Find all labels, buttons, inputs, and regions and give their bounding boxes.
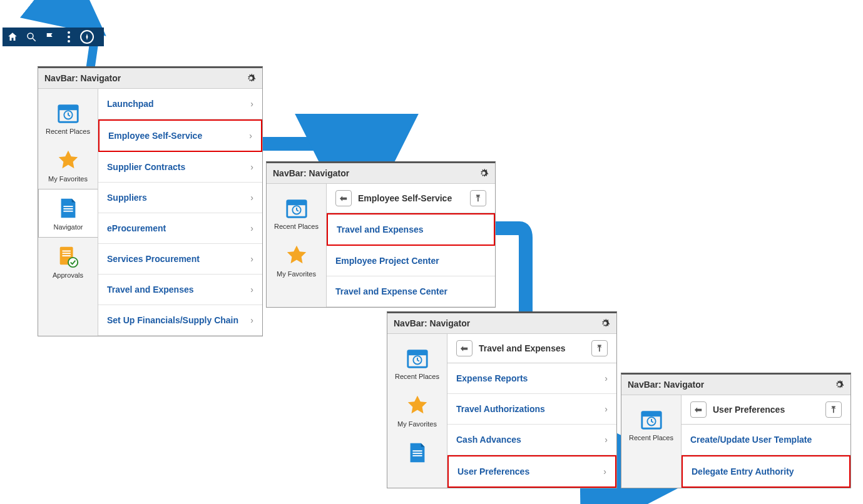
nav-item-delegate-entry-authority[interactable]: Delegate Entry Authority xyxy=(682,455,850,488)
nav-item-set-up-financials-supply-chain[interactable]: Set Up Financials/Supply Chain› xyxy=(98,305,262,336)
nav-item-label: Launchpad xyxy=(107,99,154,109)
gear-icon[interactable] xyxy=(600,318,610,328)
nav-item-expense-reports[interactable]: Expense Reports› xyxy=(447,363,616,394)
menu-dots-icon[interactable] xyxy=(61,29,76,44)
up-button[interactable]: ⤒ xyxy=(825,401,842,418)
chevron-right-icon: › xyxy=(250,223,253,233)
sidebar-item-recent-places[interactable]: Recent Places xyxy=(621,400,681,448)
breadcrumb: ⬅ User Preferences ⤒ xyxy=(682,395,850,425)
svg-rect-3 xyxy=(58,106,77,111)
doc-icon xyxy=(405,440,430,465)
sidebar-item-approvals[interactable]: Approvals xyxy=(38,238,98,285)
sidebar-item-my-favorites[interactable]: My Favorites xyxy=(38,141,98,189)
nav-item-travel-and-expense-center[interactable]: Travel and Expense Center xyxy=(327,276,495,307)
nav-item-label: User Preferences xyxy=(457,466,529,476)
chevron-right-icon: › xyxy=(605,373,608,383)
chevron-right-icon: › xyxy=(250,285,253,295)
top-nav-bar xyxy=(3,28,104,46)
nav-item-launchpad[interactable]: Launchpad› xyxy=(98,89,262,119)
sidebar-item-navigator[interactable]: Navigator xyxy=(38,189,98,238)
compass-icon[interactable] xyxy=(80,30,94,44)
nav-item-label: Suppliers xyxy=(107,193,147,203)
search-icon[interactable] xyxy=(24,29,39,44)
sidebar-item-label: My Favorites xyxy=(38,175,98,183)
nav-item-cash-advances[interactable]: Cash Advances› xyxy=(447,425,616,455)
chevron-right-icon: › xyxy=(605,435,608,445)
nav-item-services-procurement[interactable]: Services Procurement› xyxy=(98,244,262,275)
nav-item-label: Delegate Entry Authority xyxy=(692,466,794,476)
crumb-label: User Preferences xyxy=(713,405,785,415)
nav-item-employee-project-center[interactable]: Employee Project Center xyxy=(327,246,495,276)
nav-item-employee-self-service[interactable]: Employee Self-Service› xyxy=(98,119,262,152)
sidebar-item-label: Recent Places xyxy=(38,128,98,135)
home-icon[interactable] xyxy=(5,29,20,44)
nav-item-label: Employee Project Center xyxy=(335,256,439,266)
sidebar-item-label: Navigator xyxy=(39,223,98,231)
clock-icon xyxy=(639,406,664,431)
nav-item-label: Expense Reports xyxy=(456,373,528,383)
panel-navbar-3: NavBar: Navigator Recent PlacesMy Favori… xyxy=(387,311,617,488)
nav-item-user-preferences[interactable]: User Preferences› xyxy=(447,455,616,488)
star-icon xyxy=(284,243,309,268)
nav-item-travel-and-expenses[interactable]: Travel and Expenses xyxy=(327,213,495,246)
svg-rect-10 xyxy=(62,253,70,254)
approve-icon xyxy=(56,244,81,269)
back-button[interactable]: ⬅ xyxy=(456,340,472,356)
up-button[interactable]: ⤒ xyxy=(591,340,608,356)
nav-item-travel-and-expenses[interactable]: Travel and Expenses› xyxy=(98,275,262,305)
breadcrumb: ⬅ Employee Self-Service ⤒ xyxy=(327,184,495,213)
sidebar-item-my-favorites[interactable]: My Favorites xyxy=(267,236,326,284)
sidebar-item-recent-places[interactable]: Recent Places xyxy=(387,339,447,386)
nav-item-label: Create/Update User Template xyxy=(690,435,812,445)
panel-title: NavBar: Navigator xyxy=(44,73,121,83)
crumb-label: Travel and Expenses xyxy=(479,343,566,353)
chevron-right-icon: › xyxy=(250,193,253,203)
doc-icon xyxy=(56,196,81,221)
panel-navbar-2: NavBar: Navigator Recent PlacesMy Favori… xyxy=(266,161,496,308)
sidebar-item-my-favorites[interactable]: My Favorites xyxy=(387,386,447,434)
up-button[interactable]: ⤒ xyxy=(470,190,486,206)
gear-icon[interactable] xyxy=(834,380,844,390)
panel-title: NavBar: Navigator xyxy=(394,318,470,328)
svg-rect-19 xyxy=(412,450,422,451)
sidebar-item-recent-places[interactable]: Recent Places xyxy=(267,189,326,236)
svg-rect-20 xyxy=(412,453,422,454)
svg-rect-9 xyxy=(62,251,70,252)
nav-item-label: Travel and Expenses xyxy=(337,224,424,234)
nav-item-label: Travel and Expense Center xyxy=(335,286,447,296)
back-button[interactable]: ⬅ xyxy=(335,190,352,206)
svg-rect-14 xyxy=(287,201,305,206)
sidebar-item-label: Recent Places xyxy=(387,373,447,380)
chevron-right-icon: › xyxy=(250,315,253,325)
panel-navbar-1: NavBar: Navigator Recent PlacesMy Favori… xyxy=(38,66,263,336)
nav-item-suppliers[interactable]: Suppliers› xyxy=(98,183,262,213)
nav-item-label: Travel and Expenses xyxy=(107,285,194,295)
flag-icon[interactable] xyxy=(43,29,58,44)
sidebar-item-label: Recent Places xyxy=(267,223,326,230)
back-button[interactable]: ⬅ xyxy=(690,401,707,418)
gear-icon[interactable] xyxy=(479,168,489,178)
svg-point-0 xyxy=(28,33,33,39)
svg-rect-5 xyxy=(63,206,73,207)
clock-icon xyxy=(284,195,309,220)
crumb-label: Employee Self-Service xyxy=(358,193,452,203)
nav-item-travel-authorizations[interactable]: Travel Authorizations› xyxy=(447,394,616,425)
panel-title: NavBar: Navigator xyxy=(273,168,349,178)
chevron-right-icon: › xyxy=(605,404,608,414)
svg-rect-17 xyxy=(407,351,426,356)
sidebar-item-label: My Favorites xyxy=(387,420,447,428)
nav-item-eprocurement[interactable]: eProcurement› xyxy=(98,213,262,244)
svg-rect-23 xyxy=(641,412,660,417)
chevron-right-icon: › xyxy=(249,131,252,141)
sidebar-item-doc[interactable] xyxy=(387,434,447,474)
nav-item-create-update-user-template[interactable]: Create/Update User Template xyxy=(682,425,850,455)
star-icon xyxy=(56,148,81,173)
nav-item-label: Cash Advances xyxy=(456,435,521,445)
sidebar-item-label: Recent Places xyxy=(621,434,681,441)
panel-navbar-4: NavBar: Navigator Recent Places ⬅ User P… xyxy=(621,373,851,488)
sidebar-item-recent-places[interactable]: Recent Places xyxy=(38,94,98,141)
gear-icon[interactable] xyxy=(246,73,256,83)
nav-item-supplier-contracts[interactable]: Supplier Contracts› xyxy=(98,152,262,183)
svg-point-12 xyxy=(68,258,78,267)
chevron-right-icon: › xyxy=(250,99,253,109)
